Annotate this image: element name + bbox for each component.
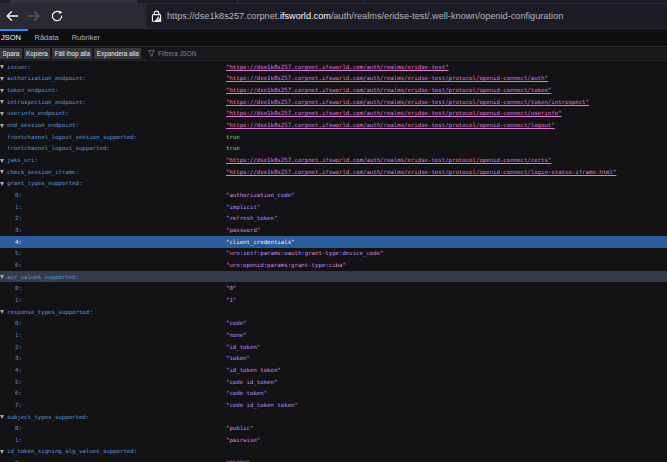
json-row-jwks_uri[interactable]: jwks_uri:"https://dse1k8s257.corpnet.ifs… [0, 154, 667, 166]
expand-arrow-icon[interactable] [0, 112, 4, 116]
json-value-link[interactable]: "https://dse1k8s257.corpnet.ifsworld.com… [226, 108, 562, 120]
json-value-link[interactable]: "https://dse1k8s257.corpnet.ifsworld.com… [226, 154, 551, 166]
json-row-5[interactable]: 5:"urn:ietf:params:oauth:grant-type:devi… [0, 248, 667, 260]
json-key: 2: [15, 215, 22, 221]
json-row-acr_values_supported[interactable]: acr_values_supported: [0, 271, 667, 283]
json-row-0[interactable]: 0:"public" [0, 422, 667, 434]
url-bar[interactable]: https://dse1k8s257.corpnet.ifsworld.com/… [146, 4, 667, 28]
json-key: 0: [15, 425, 22, 431]
json-viewer-tabs: JSONRådataRubriker [0, 29, 667, 47]
json-row-id_token_signing_alg_values_supported[interactable]: id_token_signing_alg_values_supported: [0, 446, 667, 458]
expand-arrow-icon[interactable] [0, 415, 4, 419]
json-value: "PS384" [226, 457, 250, 462]
json-row-0[interactable]: 0:"0" [0, 282, 667, 294]
json-row-token_endpoint[interactable]: token_endpoint:"https://dse1k8s257.corpn… [0, 84, 667, 96]
json-value-link[interactable]: "https://dse1k8s257.corpnet.ifsworld.com… [226, 84, 551, 96]
json-key: 0: [15, 285, 22, 291]
json-row-2[interactable]: 2:"id_token" [0, 341, 667, 353]
json-value: "code id_token" [226, 376, 277, 388]
toolbar-button-kopiera[interactable]: Kopiera [24, 48, 51, 60]
json-row-7[interactable]: 7:"code id_token token" [0, 399, 667, 411]
json-value: "code" [226, 317, 247, 329]
json-row-2[interactable]: 2:"refresh_token" [0, 213, 667, 225]
json-value: "client_credentials" [226, 236, 294, 248]
expand-arrow-icon[interactable] [0, 182, 4, 186]
json-value-link[interactable]: "https://dse1k8s257.corpnet.ifsworld.com… [226, 73, 548, 85]
json-row-check_session_iframe[interactable]: check_session_iframe:"https://dse1k8s257… [0, 166, 667, 178]
filter-box[interactable]: Filtrera JSON [148, 50, 196, 57]
json-key: 3: [15, 355, 22, 361]
json-row-frontchannel_logout_supported[interactable]: frontchannel_logout_supported:true [0, 143, 667, 155]
expand-arrow-icon[interactable] [0, 170, 4, 174]
json-key: 5: [15, 250, 22, 256]
json-row-response_types_supported[interactable]: response_types_supported: [0, 306, 667, 318]
json-value: "token" [226, 352, 250, 364]
toolbar-button-expandera-alla[interactable]: Expandera alla [94, 48, 141, 60]
viewer-tab-rådata[interactable]: Rådata [28, 29, 65, 46]
expand-arrow-icon[interactable] [0, 89, 4, 93]
json-row-4[interactable]: 4:"client_credentials" [0, 236, 667, 248]
expand-arrow-icon[interactable] [0, 100, 4, 104]
json-row-3[interactable]: 3:"token" [0, 352, 667, 364]
json-row-6[interactable]: 6:"urn:openid:params:grant-type:ciba" [0, 259, 667, 271]
json-row-1[interactable]: 1:"pairwise" [0, 434, 667, 446]
reload-button[interactable] [50, 9, 64, 23]
json-value: "urn:openid:params:grant-type:ciba" [226, 259, 346, 271]
toolbar-button-spara[interactable]: Spara [0, 48, 22, 60]
json-row-1[interactable]: 1:"none" [0, 329, 667, 341]
json-key: 1: [15, 437, 22, 443]
json-row-issuer[interactable]: issuer:"https://dse1k8s257.corpnet.ifswo… [0, 61, 667, 73]
back-button[interactable] [5, 9, 19, 23]
json-row-4[interactable]: 4:"id_token token" [0, 364, 667, 376]
json-row-0[interactable]: 0:"PS384" [0, 457, 667, 462]
json-value: "urn:ietf:params:oauth:grant-type:device… [226, 248, 384, 260]
json-value: "authorization_code" [226, 189, 294, 201]
json-key: introspection_endpoint: [7, 99, 86, 105]
json-key: 2: [15, 344, 22, 350]
json-value-link[interactable]: "https://dse1k8s257.corpnet.ifsworld.com… [226, 61, 449, 73]
expand-arrow-icon[interactable] [0, 310, 4, 314]
json-row-grant_types_supported[interactable]: grant_types_supported: [0, 178, 667, 190]
lock-warning-icon[interactable] [151, 10, 162, 22]
json-key: 0: [15, 192, 22, 198]
json-tree: issuer:"https://dse1k8s257.corpnet.ifswo… [0, 61, 667, 462]
json-row-5[interactable]: 5:"code id_token" [0, 376, 667, 388]
json-viewer-toolbar: SparaKopieraFäll ihop allaExpandera alla… [0, 47, 667, 61]
filter-input[interactable]: Filtrera JSON [158, 50, 196, 57]
json-row-0[interactable]: 0:"code" [0, 317, 667, 329]
json-value: "password" [226, 224, 260, 236]
json-row-userinfo_endpoint[interactable]: userinfo_endpoint:"https://dse1k8s257.co… [0, 108, 667, 120]
json-key: 0: [15, 320, 22, 326]
json-row-1[interactable]: 1:"1" [0, 294, 667, 306]
json-row-authorization_endpoint[interactable]: authorization_endpoint:"https://dse1k8s2… [0, 73, 667, 85]
json-row-subject_types_supported[interactable]: subject_types_supported: [0, 411, 667, 423]
viewer-tab-rubriker[interactable]: Rubriker [65, 29, 106, 46]
viewer-tab-label: Rådata [35, 33, 59, 42]
json-key: id_token_signing_alg_values_supported: [7, 448, 137, 454]
json-row-frontchannel_logout_session_supported[interactable]: frontchannel_logout_session_supported:tr… [0, 131, 667, 143]
json-key: 6: [15, 390, 22, 396]
expand-arrow-icon[interactable] [0, 124, 4, 128]
json-value-link[interactable]: "https://dse1k8s257.corpnet.ifsworld.com… [226, 166, 616, 178]
json-value: "id_token" [226, 341, 260, 353]
expand-arrow-icon[interactable] [0, 77, 4, 81]
expand-arrow-icon[interactable] [0, 159, 4, 163]
json-row-introspection_endpoint[interactable]: introspection_endpoint:"https://dse1k8s2… [0, 96, 667, 108]
json-value-link[interactable]: "https://dse1k8s257.corpnet.ifsworld.com… [226, 119, 555, 131]
json-row-3[interactable]: 3:"password" [0, 224, 667, 236]
json-key: authorization_endpoint: [7, 75, 86, 81]
json-row-1[interactable]: 1:"implicit" [0, 201, 667, 213]
expand-arrow-icon[interactable] [0, 65, 4, 69]
json-key: frontchannel_logout_supported: [7, 145, 110, 151]
json-row-6[interactable]: 6:"code token" [0, 387, 667, 399]
json-value: "code id_token token" [226, 399, 298, 411]
json-row-end_session_endpoint[interactable]: end_session_endpoint:"https://dse1k8s257… [0, 119, 667, 131]
json-value: "pairwise" [226, 434, 260, 446]
expand-arrow-icon[interactable] [0, 275, 4, 279]
json-row-0[interactable]: 0:"authorization_code" [0, 189, 667, 201]
forward-button[interactable] [27, 9, 41, 23]
viewer-tab-json[interactable]: JSON [0, 29, 28, 46]
expand-arrow-icon[interactable] [0, 450, 4, 454]
json-value-link[interactable]: "https://dse1k8s257.corpnet.ifsworld.com… [226, 96, 589, 108]
toolbar-button-f-ll-ihop-alla[interactable]: Fäll ihop alla [52, 48, 92, 60]
